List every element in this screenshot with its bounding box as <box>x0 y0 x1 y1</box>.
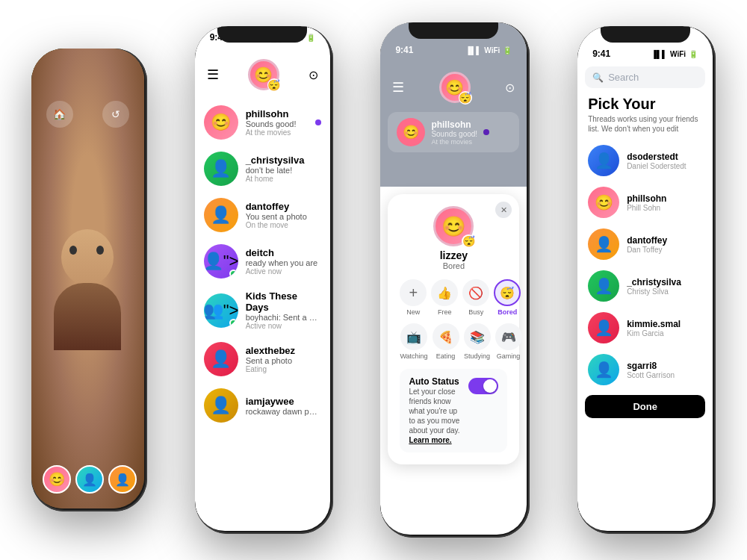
modal-username: lizzey <box>400 249 507 261</box>
preview-location: At the movies <box>431 138 477 146</box>
profile-avatar-container-3[interactable]: 😊 😴 <box>439 72 471 103</box>
status-option-gaming[interactable]: 🎮 Gaming <box>495 323 522 360</box>
battery-icon-3: 🔋 <box>503 46 512 55</box>
auto-status-toggle[interactable] <box>468 378 498 394</box>
home-icon[interactable]: 🏠 <box>46 101 73 128</box>
friend-item-phillsohn[interactable]: 😊 phillsohn Phill Sohn <box>580 181 710 223</box>
wifi-icon-3: WiFi <box>484 46 500 55</box>
msg-content-dantoffey: dantoffey You sent a photo On the move <box>246 201 321 229</box>
gaming-status-btn[interactable]: 🎮 <box>495 323 522 350</box>
pick-friends-screen: 9:41 ▐▌▌ WiFi 🔋 🔍 Search Pick Your Threa… <box>577 26 713 531</box>
friend-item-dantoffey[interactable]: 👤 dantoffey Dan Toffey <box>580 223 710 265</box>
preview-dot <box>483 129 489 135</box>
refresh-icon[interactable]: ↺ <box>102 101 129 128</box>
done-button[interactable]: Done <box>585 395 705 418</box>
status-option-studying[interactable]: 📚 Studying <box>464 323 491 360</box>
avatar-3[interactable]: 👤 <box>108 465 137 494</box>
status-option-watching[interactable]: 📺 Watching <box>400 323 427 360</box>
pick-desc: Threads works using your friends list. W… <box>577 114 713 140</box>
friend-username: _christysilva <box>627 277 702 287</box>
phone-status: 9:41 ▐▌▌ WiFi 🔋 ☰ 😊 😴 ⊙ <box>380 22 530 538</box>
phone-camera: 🏠 ↺ <box>31 49 147 511</box>
avatar-emoji: 😴 <box>267 78 281 92</box>
message-item-kidsthesedays[interactable]: 👥"> Kids These Days boyhachi: Sent a sti… <box>195 284 330 336</box>
msg-name: phillsohn <box>246 108 308 119</box>
search-icon: 🔍 <box>592 72 604 83</box>
status-option-free[interactable]: 👍 Free <box>431 279 458 316</box>
friend-item-christysilva[interactable]: 👤 _christysilva Christy Silva <box>580 265 710 307</box>
msg-content-christysilva: _christysilva don't be late! At home <box>246 155 321 183</box>
menu-button[interactable]: ☰ <box>207 66 219 83</box>
pick-title: Pick Your <box>577 93 713 114</box>
friend-username: phillsohn <box>627 193 702 204</box>
message-item-alexthebez[interactable]: 👤 alexthebez Sent a photo Eating <box>195 336 330 382</box>
friend-realname: Phill Sohn <box>627 204 702 212</box>
studying-status-btn[interactable]: 📚 <box>464 323 491 350</box>
friend-info-phillsohn: phillsohn Phill Sohn <box>627 193 702 212</box>
signal-icon-3: ▐▌▌ <box>465 46 481 55</box>
msg-location: Eating <box>246 365 321 373</box>
msg-name: Kids These Days <box>246 290 321 313</box>
friend-username: dantoffey <box>627 235 702 246</box>
status-option-new[interactable]: + New <box>400 279 427 316</box>
friend-item-dsoderstedt[interactable]: 👤 dsoderstedt Daniel Soderstedt <box>580 140 710 181</box>
msg-content-kidsthesedays: Kids These Days boyhachi: Sent a sticker… <box>246 290 321 330</box>
msg-avatar-deitch: 👤"> <box>204 244 238 279</box>
msg-avatar-kidsthesedays: 👥"> <box>204 293 238 328</box>
menu-button-3[interactable]: ☰ <box>392 79 404 96</box>
status-label-new: New <box>406 308 420 316</box>
bored-status-btn[interactable]: 😴 <box>494 279 521 306</box>
add-status-btn[interactable]: + <box>400 279 427 306</box>
signal-icon-4: ▐▌▌ <box>651 50 667 58</box>
msg-content-alexthebez: alexthebez Sent a photo Eating <box>246 345 321 373</box>
friend-info-christysilva: _christysilva Christy Silva <box>627 277 702 296</box>
msg-avatar-phillsohn: 😊 <box>204 105 238 140</box>
msg-name: dantoffey <box>246 201 321 212</box>
friend-avatar-sgarri8: 👤 <box>588 354 619 385</box>
first-msg-preview: 😊 phillsohn Sounds good! At the movies <box>388 112 519 152</box>
status-label-studying: Studying <box>464 352 490 360</box>
msg-avatar-alexthebez: 👤 <box>204 342 238 376</box>
msg-text: boyhachi: Sent a sticker <box>246 313 321 322</box>
msg-text: You sent a photo <box>246 212 321 221</box>
learn-more-link[interactable]: Learn more. <box>409 436 451 444</box>
modal-close-button[interactable]: ✕ <box>495 202 512 218</box>
search-bar[interactable]: 🔍 Search <box>585 66 705 88</box>
friend-avatar-kimmie: 👤 <box>588 312 619 343</box>
message-item-dantoffey[interactable]: 👤 dantoffey You sent a photo On the move <box>195 192 330 238</box>
status-label-bored: Bored <box>498 308 517 316</box>
message-item-iamjaywee[interactable]: 👤 iamjaywee rockaway dawn patrol? <box>195 382 330 429</box>
avatar-2[interactable]: 👤 <box>75 465 104 494</box>
status-label-eating: Eating <box>436 352 456 360</box>
friend-info-dantoffey: dantoffey Dan Toffey <box>627 235 702 254</box>
watching-status-btn[interactable]: 📺 <box>400 323 427 350</box>
camera-button[interactable]: ⊙ <box>309 68 318 82</box>
busy-status-btn[interactable]: 🚫 <box>462 279 489 306</box>
preview-content: phillsohn Sounds good! At the movies <box>431 119 477 146</box>
msg-location: At home <box>246 175 321 183</box>
msg-content-iamjaywee: iamjaywee rockaway dawn patrol? <box>246 396 321 416</box>
message-item-deitch[interactable]: 👤"> deitch ready when you are Active now <box>195 238 330 284</box>
friend-item-sgarri8[interactable]: 👤 sgarri8 Scott Garrison <box>580 349 710 391</box>
friend-item-kimmie[interactable]: 👤 kimmie.smal Kim Garcia <box>580 307 710 349</box>
profile-avatar-container[interactable]: 😊 😴 <box>248 59 279 90</box>
avatar-1[interactable]: 😊 <box>43 465 71 494</box>
camera-background: 🏠 ↺ <box>31 49 144 508</box>
free-status-btn[interactable]: 👍 <box>431 279 458 306</box>
friend-avatar-dantoffey: 👤 <box>588 228 619 260</box>
message-item-phillsohn[interactable]: 😊 phillsohn Sounds good! At the movies <box>195 99 330 146</box>
eating-status-btn[interactable]: 🍕 <box>433 323 459 350</box>
status-option-eating[interactable]: 🍕 Eating <box>433 323 459 360</box>
camera-button-3[interactable]: ⊙ <box>505 81 515 95</box>
status-label-free: Free <box>438 308 452 316</box>
status-option-busy[interactable]: 🚫 Busy <box>462 279 489 316</box>
friend-info-dsoderstedt: dsoderstedt Daniel Soderstedt <box>627 152 702 170</box>
status-option-bored[interactable]: 😴 Bored <box>494 279 521 316</box>
status-modal: ✕ 😊 😴 lizzey Bored + New 👍 Free <box>388 194 519 464</box>
avatar-emoji-3: 😴 <box>459 91 472 105</box>
msg-name: _christysilva <box>246 155 321 166</box>
message-item-christysilva[interactable]: 👤 _christysilva don't be late! At home <box>195 146 330 192</box>
msg-avatar-iamjaywee: 👤 <box>204 388 238 423</box>
msg-name: alexthebez <box>246 345 321 356</box>
status-icons-4: ▐▌▌ WiFi 🔋 <box>651 50 698 58</box>
